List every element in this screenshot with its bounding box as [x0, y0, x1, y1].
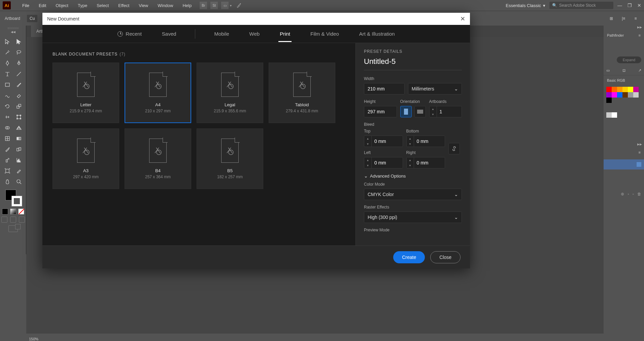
menu-icon[interactable]: ≡ [639, 33, 641, 37]
preset-card-b5[interactable]: B5 182 x 257 mm [197, 128, 263, 189]
swatch-chip[interactable] [606, 92, 612, 98]
maximize-button[interactable]: ❐ [628, 3, 632, 8]
color-mode-gradient[interactable] [10, 209, 16, 215]
document-name[interactable]: Untitled-5 [364, 57, 462, 70]
swatch-chip[interactable] [622, 92, 628, 98]
swatches-panel-tab[interactable]: Basic RGB [604, 75, 644, 85]
fill-stroke-swatches[interactable] [4, 189, 22, 207]
line-tool[interactable] [13, 69, 25, 79]
type-tool[interactable] [2, 69, 13, 79]
menu-select[interactable]: Select [92, 3, 113, 8]
mesh-tool[interactable] [2, 133, 13, 144]
zoom-tool[interactable] [13, 176, 25, 187]
graph-tool[interactable] [13, 155, 25, 165]
expand-button[interactable]: Expand [617, 56, 641, 63]
close-button[interactable]: ✕ [637, 3, 641, 8]
lasso-tool[interactable] [13, 47, 25, 58]
panel-collapse[interactable]: ▶▶ [604, 26, 644, 30]
width-tool[interactable] [2, 112, 13, 122]
screen-mode[interactable] [8, 225, 18, 232]
slice-tool[interactable] [13, 165, 25, 176]
spin-down[interactable]: ▼ [430, 112, 437, 117]
control-field[interactable]: Cu [27, 15, 37, 22]
zoom-level[interactable]: 150% [29, 337, 38, 341]
toolbox-grip[interactable] [8, 28, 19, 29]
swatch-chip[interactable] [606, 112, 612, 118]
direct-selection-tool[interactable] [13, 36, 25, 47]
create-button[interactable]: Create [393, 251, 425, 263]
shaper-tool[interactable] [2, 90, 13, 101]
preset-card-a3[interactable]: A3 297 x 420 mm [53, 128, 119, 189]
spin-up[interactable]: ▲ [430, 106, 437, 112]
eyedropper-tool[interactable] [2, 144, 13, 155]
new-sublayer-icon[interactable]: ▫ [628, 192, 629, 196]
swatch-chip[interactable] [633, 92, 639, 98]
color-mode-select[interactable]: CMYK Color⌄ [364, 189, 462, 200]
stock-icon[interactable]: St [210, 2, 218, 9]
swatch-chip[interactable] [617, 87, 622, 92]
layer-row[interactable] [604, 159, 644, 169]
arrange-icon[interactable]: ▭ [221, 2, 229, 9]
scale-tool[interactable] [13, 101, 25, 112]
rotate-tool[interactable] [2, 101, 13, 112]
tab-mobile[interactable]: Mobile [213, 26, 230, 42]
tab-art-illustration[interactable]: Art & Illustration [358, 26, 396, 42]
menu-edit[interactable]: Edit [34, 3, 51, 8]
blend-tool[interactable] [13, 144, 25, 155]
pathfinder-panel-tab[interactable]: Pathfinder ≡ [604, 30, 644, 40]
link-bleed-button[interactable] [448, 143, 460, 154]
shape-builder-tool[interactable] [2, 122, 13, 133]
menu-icon[interactable]: ≡ [639, 150, 641, 154]
locate-icon[interactable]: ⊕ [621, 192, 624, 196]
panel-collapse[interactable]: ▶▶ [604, 143, 644, 147]
workspace-selector[interactable]: Essentials Classic ▾ [506, 3, 545, 8]
preset-card-legal[interactable]: Legal 215.9 x 355.6 mm [197, 63, 263, 123]
artboards-stepper[interactable]: ▲▼ 1 [429, 106, 462, 117]
menu-object[interactable]: Object [51, 3, 73, 8]
gradient-tool[interactable] [13, 133, 25, 144]
menu-effect[interactable]: Effect [113, 3, 134, 8]
draw-behind[interactable] [10, 217, 16, 223]
menu-type[interactable]: Type [73, 3, 92, 8]
hand-tool[interactable] [2, 176, 13, 187]
layers-panel[interactable]: ≡ [604, 147, 644, 157]
crop-icon[interactable]: ⊡ [622, 68, 625, 73]
swatch-chip[interactable] [617, 92, 622, 98]
artboard-tool[interactable] [2, 165, 13, 176]
bleed-right-input[interactable]: ▲▼0 mm [406, 157, 445, 168]
draw-normal[interactable] [1, 217, 7, 223]
swatch-chip[interactable] [606, 98, 612, 103]
settings-icon[interactable]: ≡ [632, 15, 639, 22]
width-input[interactable]: 210 mm [364, 83, 405, 94]
swatch-chip[interactable] [612, 112, 617, 118]
new-layer-icon[interactable]: ▫ [633, 192, 634, 196]
close-button[interactable]: Close [430, 251, 461, 263]
draw-inside[interactable] [19, 217, 25, 223]
stock-search[interactable]: 🔍 Search Adobe Stock [549, 2, 613, 9]
artboard-icon[interactable]: ▭ [606, 68, 610, 73]
height-input[interactable]: 297 mm [364, 106, 397, 117]
swatch-chip[interactable] [612, 92, 617, 98]
delete-layer-icon[interactable]: 🗑 [637, 192, 641, 196]
color-mode-solid[interactable] [2, 209, 8, 215]
minimize-button[interactable]: ― [617, 3, 622, 8]
orientation-landscape[interactable] [414, 106, 426, 117]
menu-view[interactable]: View [134, 3, 153, 8]
preset-card-a4[interactable]: A4 210 x 297 mm [125, 63, 191, 123]
swatch-chip[interactable] [606, 87, 612, 92]
bridge-icon[interactable]: Br [200, 2, 207, 9]
color-mode-none[interactable] [18, 209, 24, 215]
bleed-top-input[interactable]: ▲▼0 mm [364, 136, 403, 147]
distribute-icon[interactable]: |≡ [620, 15, 627, 22]
bleed-left-input[interactable]: ▲▼0 mm [364, 157, 403, 168]
rectangle-tool[interactable] [2, 79, 13, 90]
chevron-down-icon[interactable]: ▾ [230, 4, 232, 7]
tab-web[interactable]: Web [248, 26, 261, 42]
stroke-swatch[interactable] [11, 196, 22, 206]
preset-card-b4[interactable]: B4 257 x 364 mm [125, 128, 191, 189]
preset-card-tabloid[interactable]: Tabloid 279.4 x 431.8 mm [269, 63, 335, 123]
tab-film-video[interactable]: Film & Video [309, 26, 340, 42]
symbol-sprayer-tool[interactable] [2, 155, 13, 165]
menu-file[interactable]: File [18, 3, 34, 8]
export-icon[interactable]: ↗ [638, 68, 641, 73]
